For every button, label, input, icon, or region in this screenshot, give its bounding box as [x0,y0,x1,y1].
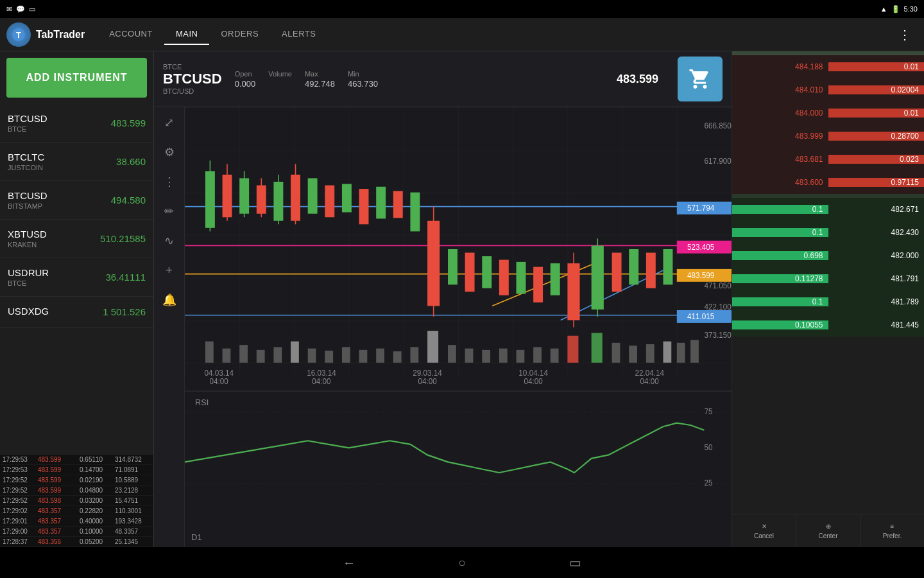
svg-text:25: 25 [704,478,712,487]
list-item[interactable]: BTCLTC JUSTCOIN 38.660 [0,143,153,181]
svg-rect-55 [359,350,368,363]
svg-rect-49 [257,350,265,363]
share-icon[interactable]: ⋮ [159,171,180,192]
chart-canvas[interactable]: 04.03.14 04:00 16.03.14 04:00 29.03.14 0… [185,107,732,547]
tab-main[interactable]: MAIN [164,24,210,45]
svg-text:10.04.14: 10.04.14 [518,368,548,377]
bid-rows: 0.1 482.671 0.1 482.430 0.698 482.000 0.… [732,198,924,337]
draw-icon[interactable]: ✏ [159,201,180,222]
chart-svg: 04.03.14 04:00 16.03.14 04:00 29.03.14 0… [185,107,732,547]
instrument-price: 36.41111 [105,272,146,283]
instrument-price: 38.660 [116,156,146,167]
svg-rect-37 [551,263,560,295]
asks-panel: 484.188 0.01 484.010 0.02004 484.000 0.0… [732,51,924,514]
ask-rows: 484.188 0.01 484.010 0.02004 484.000 0.0… [732,55,924,194]
svg-rect-34 [499,260,509,295]
bid-row: 0.10055 481.445 [732,313,924,337]
svg-rect-3 [185,107,732,377]
instrument-price: 483.599 [111,118,146,128]
preferences-button[interactable]: ≡ Prefer. [860,514,924,547]
system-icons: ▲ 🔋 5:30 [880,5,918,13]
svg-rect-47 [223,349,231,363]
svg-rect-25 [359,189,369,224]
list-item[interactable]: USDRUR BTCE 36.41111 [0,258,153,297]
svg-rect-45 [663,249,673,285]
bid-row: 0.1 481.789 [732,290,924,313]
svg-text:04:00: 04:00 [312,377,331,386]
recents-icon[interactable]: ▭ [563,551,586,574]
ask-row: 483.999 0.28700 [732,125,924,148]
svg-rect-69 [612,343,620,363]
svg-rect-70 [629,346,637,363]
timeframe-label[interactable]: D1 [191,532,202,542]
list-item[interactable]: XBTUSD KRAKEN 510.21585 [0,220,153,258]
back-icon[interactable]: ← [338,551,361,574]
ask-row: 484.010 0.02004 [732,78,924,101]
app-logo: T [6,22,31,47]
tab-alerts[interactable]: ALERTS [270,24,327,45]
svg-text:T: T [16,30,21,40]
svg-text:04.03.14: 04.03.14 [204,368,234,377]
instrument-info: BTCE BTCUSD BTC/USD [163,63,222,95]
add-instrument-button[interactable]: ADD INSTRUMENT [6,58,147,98]
more-menu-icon[interactable]: ⋮ [892,27,918,42]
ask-row: 484.188 0.01 [732,55,924,78]
home-icon[interactable]: ○ [450,551,474,574]
svg-rect-43 [629,249,638,285]
bid-row: 0.698 482.000 [732,244,924,267]
tab-account[interactable]: ACCOUNT [98,24,164,45]
app-name: TabTrader [36,29,85,40]
center-button[interactable]: ⊕ Center [796,514,860,547]
list-item[interactable]: BTCUSD BITSTAMP 494.580 [0,181,153,220]
indicator-icon[interactable]: ∿ [159,231,180,251]
clock: 5:30 [904,5,918,13]
top-nav: T TabTrader ACCOUNT MAIN ORDERS ALERTS ⋮ [0,18,924,51]
fullscreen-icon[interactable]: ⤢ [159,112,180,133]
svg-rect-64 [517,350,525,363]
svg-rect-72 [663,342,672,363]
instrument-exchange: BTCE [8,279,49,287]
svg-rect-57 [393,351,402,363]
svg-text:483.599: 483.599 [687,271,715,280]
cancel-button[interactable]: ✕ Cancel [732,514,796,547]
ticker-row: 17:28:37 483.356 0.05200 25.1345 [0,537,153,547]
svg-rect-28 [410,193,420,232]
svg-text:571.794: 571.794 [687,204,715,213]
svg-rect-65 [533,347,542,362]
svg-rect-73 [677,343,685,363]
svg-text:22.04.14: 22.04.14 [635,368,664,377]
svg-rect-22 [308,178,318,213]
status-bar: ✉ 💬 ▭ ▲ 🔋 5:30 [0,0,924,18]
bottom-nav: ← ○ ▭ [0,547,924,578]
cancel-icon: ✕ [762,523,767,530]
alert-icon[interactable]: 🔔 [159,290,180,310]
svg-rect-46 [205,342,214,363]
tab-orders[interactable]: ORDERS [209,24,270,45]
instrument-price: 494.580 [111,195,146,206]
battery-icon: ▭ [29,5,35,13]
svg-text:666.850: 666.850 [704,121,732,130]
min-value: Min 463.730 [348,70,378,89]
ask-row: 483.681 0.023 [732,148,924,171]
chart-instrument: BTCUSD [163,71,222,87]
svg-rect-35 [517,262,526,294]
svg-rect-52 [308,349,316,363]
chart-area: BTCE BTCUSD BTC/USD Open 0.000 Volume Ma… [154,51,732,547]
list-item[interactable]: BTCUSD BTCE 483.599 [0,104,153,143]
svg-rect-27 [393,191,403,218]
add-annotation-icon[interactable]: + [159,260,180,281]
buy-button[interactable] [678,57,723,101]
ticker-row: 17:29:00 483.357 0.10000 48.3357 [0,527,153,537]
wifi-icon: ▲ [880,5,887,13]
ticker-row: 17:29:53 483.599 0.65110 314.8732 [0,455,153,465]
settings-icon[interactable]: ⚙ [159,142,180,162]
list-item[interactable]: USDXDG 1 501.526 [0,297,153,328]
svg-rect-33 [482,256,492,288]
svg-rect-48 [239,345,248,363]
instrument-name: USDXDG [8,306,49,317]
preferences-icon: ≡ [891,523,894,530]
svg-rect-32 [465,252,475,292]
svg-rect-59 [427,331,438,363]
ticker-row: 17:29:52 483.598 0.03200 15.4751 [0,496,153,506]
instrument-name: BTCUSD [8,190,47,201]
